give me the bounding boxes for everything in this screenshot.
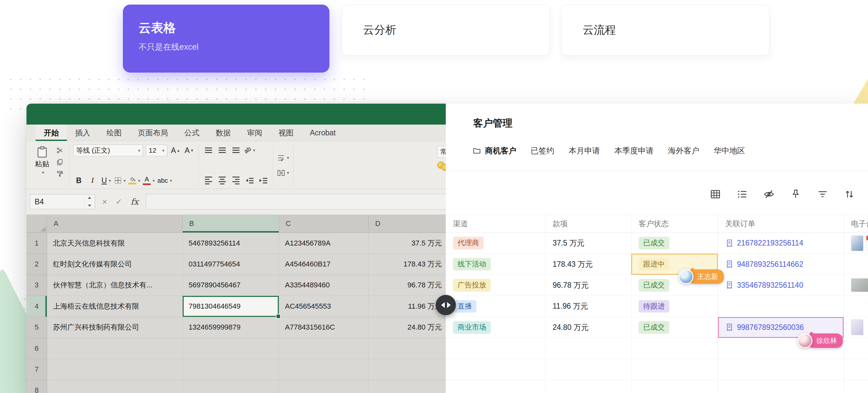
empty-cell[interactable] — [844, 359, 868, 380]
align-center-button[interactable] — [217, 175, 228, 186]
order-link[interactable]: 9487893256114662 — [737, 260, 803, 269]
order-cell[interactable]: 3354678932561140 — [718, 275, 844, 296]
attachment-thumbnail[interactable] — [851, 235, 863, 251]
view-tab-signed[interactable]: 已签约 — [531, 146, 554, 156]
empty-cell[interactable] — [546, 359, 631, 380]
underline-button[interactable]: U ▾ — [101, 175, 112, 186]
select-all-corner[interactable] — [27, 215, 47, 233]
empty-cell[interactable] — [631, 380, 718, 393]
cancel-entry-icon[interactable]: × — [102, 197, 107, 207]
row-header[interactable]: 5 — [27, 317, 47, 338]
contract-cell[interactable] — [844, 275, 868, 296]
view-tab-month[interactable]: 本月申请 — [569, 146, 600, 156]
decrease-indent-button[interactable] — [244, 175, 255, 186]
cell-a5[interactable]: 苏州广兴科技制药有限公司 — [47, 317, 183, 338]
cell-d2[interactable]: 178.43 万元 — [369, 254, 446, 275]
contract-cell[interactable] — [844, 317, 868, 338]
view-tab-opportunity[interactable]: 商机客户 — [472, 146, 516, 156]
contract-cell[interactable] — [844, 233, 868, 253]
empty-cell[interactable] — [183, 380, 279, 393]
row-header[interactable]: 1 — [27, 233, 47, 254]
ribbon-tab-data[interactable]: 数据 — [208, 125, 239, 141]
cell-b5[interactable]: 1324659999879 — [183, 317, 279, 338]
pin-icon[interactable] — [789, 188, 802, 201]
cell-a4[interactable]: 上海梧云在线信息技术有限 — [47, 296, 183, 317]
empty-cell[interactable] — [47, 338, 183, 359]
channel-cell[interactable]: 广告投放 — [446, 275, 546, 296]
cell-d1[interactable]: 37.5 万元 — [369, 233, 446, 254]
row-header[interactable]: 3 — [27, 275, 47, 296]
empty-cell[interactable] — [546, 380, 631, 393]
ribbon-tab-home[interactable]: 开始 — [36, 125, 67, 141]
font-size-select[interactable]: 12 ▾ — [146, 145, 167, 156]
column-header-amount[interactable]: 款项 — [546, 215, 631, 233]
list-view-icon[interactable] — [736, 188, 748, 201]
empty-cell[interactable] — [631, 359, 718, 380]
text-orientation-button[interactable]: ab ▾ — [244, 145, 255, 156]
format-painter-button[interactable] — [55, 169, 65, 179]
italic-button[interactable]: I — [87, 175, 98, 186]
font-name-select[interactable]: 等线 (正文) ▾ — [73, 145, 143, 156]
empty-cell[interactable] — [631, 338, 718, 359]
view-tab-quarter[interactable]: 本季度申请 — [614, 146, 654, 156]
order-link[interactable]: 9987678932560036 — [737, 323, 804, 332]
ribbon-tab-draw[interactable]: 绘图 — [98, 125, 130, 141]
column-header-status[interactable]: 客户状态 — [631, 215, 718, 233]
ribbon-tab-view[interactable]: 视图 — [270, 125, 302, 141]
channel-cell[interactable]: 商业市场 — [446, 317, 546, 338]
borders-button[interactable]: ▾ — [114, 175, 126, 186]
column-header-a[interactable]: A — [47, 215, 183, 233]
amount-cell[interactable]: 11.96 万元 — [546, 296, 631, 316]
name-box-spinner[interactable] — [84, 197, 93, 207]
filter-icon[interactable] — [816, 188, 829, 201]
empty-cell[interactable] — [446, 359, 546, 380]
empty-cell[interactable] — [183, 359, 279, 380]
column-header-c[interactable]: C — [279, 215, 369, 233]
row-header[interactable]: 7 — [27, 359, 47, 380]
attachment-thumbnail[interactable] — [866, 235, 868, 251]
cell-b1[interactable]: 5467893256114 — [183, 233, 279, 254]
attachment-thumbnail[interactable] — [851, 320, 863, 335]
cell-c3[interactable]: A3354489460 — [279, 275, 369, 296]
cell-b3[interactable]: 5697890456467 — [183, 275, 279, 296]
status-cell[interactable]: 已成交 — [631, 233, 718, 253]
comparison-slider-handle[interactable] — [436, 295, 456, 315]
ribbon-tab-insert[interactable]: 插入 — [67, 125, 98, 141]
ribbon-tab-formulas[interactable]: 公式 — [176, 125, 208, 141]
empty-cell[interactable] — [183, 338, 279, 359]
empty-cell[interactable] — [279, 338, 369, 359]
align-top-button[interactable] — [203, 145, 214, 156]
cell-d4[interactable]: 11.96 万元 — [369, 296, 446, 317]
fill-color-button[interactable]: ▾ — [128, 175, 141, 186]
wrap-text-button[interactable]: ▾ — [277, 152, 289, 163]
fill-handle[interactable] — [276, 314, 281, 319]
channel-cell[interactable]: 直播 — [446, 296, 546, 316]
empty-cell[interactable] — [47, 380, 183, 393]
phonetic-button[interactable]: abc ▾ — [157, 175, 172, 186]
product-tab-cloud-sheet[interactable]: 云表格 不只是在线excel — [123, 5, 330, 72]
sort-icon[interactable] — [843, 188, 856, 201]
cell-c4[interactable]: AC456545553 — [279, 296, 369, 317]
cell-a2[interactable]: 红时刻文化传媒有限公司 — [47, 254, 183, 275]
order-link[interactable]: 3354678932561140 — [737, 281, 803, 290]
amount-cell[interactable]: 24.80 万元 — [546, 317, 631, 338]
cell-b2[interactable]: 0311497754654 — [183, 254, 279, 275]
empty-cell[interactable] — [279, 359, 369, 380]
column-header-d[interactable]: D — [369, 215, 446, 233]
empty-cell[interactable] — [369, 338, 446, 359]
confirm-entry-icon[interactable]: ✓ — [116, 197, 122, 206]
status-cell[interactable]: 已成交 — [631, 317, 718, 338]
channel-cell[interactable]: 线下活动 — [446, 254, 546, 274]
column-header-b[interactable]: B — [183, 215, 279, 233]
empty-cell[interactable] — [369, 359, 446, 380]
insert-function-icon[interactable]: fx — [131, 197, 138, 207]
accounting-format-button[interactable] — [437, 161, 446, 172]
empty-cell[interactable] — [546, 338, 631, 359]
ribbon-tab-acrobat[interactable]: Acrobat — [302, 125, 344, 141]
align-middle-button[interactable] — [217, 145, 228, 156]
amount-cell[interactable]: 178.43 万元 — [546, 254, 631, 274]
column-header-channel[interactable]: 渠道 — [446, 215, 546, 233]
formula-input[interactable] — [146, 194, 446, 210]
order-cell[interactable]: 2167822193256114 — [718, 233, 844, 253]
bold-button[interactable]: B — [73, 175, 84, 186]
